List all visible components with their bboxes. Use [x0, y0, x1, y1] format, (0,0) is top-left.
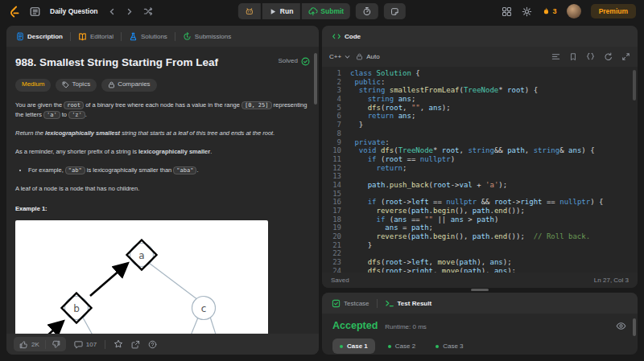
dislike-button[interactable] [52, 340, 60, 349]
user-avatar[interactable] [567, 4, 581, 18]
code-text: string ans; [350, 95, 415, 104]
code-line[interactable]: 8 [322, 129, 638, 138]
share-icon [131, 340, 140, 349]
result-scrollbar[interactable] [633, 318, 636, 336]
chevron-left-icon[interactable] [108, 7, 116, 16]
line-number: 12 [322, 164, 350, 173]
case-2-pill[interactable]: Case 2 [381, 338, 423, 354]
code-line[interactable]: 21 } [322, 241, 638, 250]
favorite-button[interactable] [114, 339, 123, 349]
tab-editorial[interactable]: Editorial [75, 32, 117, 41]
code-line[interactable]: 2 public: [322, 78, 638, 87]
code-line[interactable]: 5 dfs(root, "", ans); [322, 104, 638, 113]
layout-grid-icon[interactable] [502, 6, 512, 17]
solved-label: Solved [279, 56, 298, 67]
code-line[interactable]: 13 [322, 172, 638, 181]
problem-text: You are given the root of a binary tree … [15, 101, 310, 120]
case-1-pill[interactable]: Case 1 [332, 338, 375, 354]
difficulty-badge[interactable]: Medium [15, 79, 51, 92]
auto-toggle[interactable]: Auto [356, 53, 379, 60]
debugger-button[interactable] [238, 3, 261, 19]
description-scrollbar[interactable] [314, 53, 317, 105]
code-line[interactable]: 23 dfs(root->left, move(path), ans); [322, 258, 638, 267]
line-number: 1 [322, 69, 350, 78]
tab-submissions[interactable]: Submissions [180, 32, 234, 41]
like-button[interactable]: 2K [19, 340, 39, 349]
format-icon[interactable] [551, 52, 560, 61]
run-button[interactable]: Run [262, 3, 300, 19]
language-label: C++ [329, 53, 341, 60]
bookmark-icon[interactable] [569, 52, 577, 61]
expand-icon[interactable] [621, 52, 630, 61]
code-line[interactable]: 16 if (root->left == nullptr && root->ri… [322, 198, 638, 207]
tree-node-c: c [201, 303, 207, 314]
reset-icon[interactable] [604, 52, 613, 61]
code-line[interactable]: 20 reverse(path.begin(), path.end()); //… [322, 232, 638, 241]
code-line[interactable]: 15 [322, 190, 638, 199]
eye-icon[interactable] [616, 322, 626, 330]
code-line[interactable]: 4 string ans; [322, 95, 638, 104]
tab-test-result[interactable]: Test Result [382, 299, 436, 308]
code-line[interactable]: 9 private: [322, 138, 638, 147]
case-label: Case 1 [347, 343, 368, 350]
chevron-right-icon[interactable] [126, 7, 134, 16]
example-bullet-list: For example, "ab" is lexicographically s… [15, 166, 310, 175]
streak-counter[interactable]: 3 [542, 6, 557, 17]
lock-icon [108, 81, 115, 88]
code-line[interactable]: 10 void dfs(TreeNode* root, string&& pat… [322, 146, 638, 155]
code-text: string smallestFromLeaf(TreeNode* root) … [350, 86, 538, 95]
tab-solutions[interactable]: Solutions [126, 32, 171, 41]
tree-node-a: a [138, 250, 144, 261]
tab-label: Description [27, 33, 63, 40]
tab-testcase[interactable]: Testcase [328, 299, 373, 308]
code-line[interactable]: 1class Solution { [322, 69, 638, 78]
document-icon [16, 32, 24, 41]
tab-description[interactable]: Description [13, 32, 66, 41]
problem-title: 988. Smallest String Starting From Leaf [15, 54, 218, 72]
notes-button[interactable] [384, 3, 406, 19]
line-number: 14 [322, 181, 350, 190]
code-line[interactable]: 12 return; [322, 164, 638, 173]
case-3-pill[interactable]: Case 3 [428, 338, 470, 354]
code-line[interactable]: 18 if (ans == "" || ans > path) [322, 215, 638, 224]
timer-button[interactable] [356, 3, 378, 19]
code-line[interactable]: 24 dfs(root->right, move(path), ans); [322, 267, 638, 273]
code-line[interactable]: 17 reverse(path.begin(), path.end()); [322, 207, 638, 215]
line-number: 13 [322, 172, 350, 181]
code-text: if (root->left == nullptr && root->right… [350, 198, 603, 207]
editor-scrollbar[interactable] [633, 70, 636, 101]
code-line[interactable]: 14 path.push_back(root->val + 'a'); [322, 181, 638, 190]
comment-icon [74, 340, 83, 349]
lock-icon [356, 53, 363, 60]
code-line[interactable]: 22 [322, 249, 638, 258]
code-editor[interactable]: 1class Solution {2 public:3 string small… [322, 67, 638, 273]
leetcode-logo-icon[interactable] [8, 5, 20, 18]
gear-icon[interactable] [522, 6, 532, 17]
topics-button[interactable]: Topics [56, 79, 97, 92]
chevron-down-icon [345, 55, 350, 59]
companies-button[interactable]: Companies [101, 79, 156, 92]
code-text: return; [350, 164, 407, 173]
star-icon [114, 339, 123, 349]
play-icon [269, 7, 277, 16]
help-button[interactable] [148, 340, 157, 349]
panel-resize-handle[interactable] [471, 289, 489, 291]
shuffle-icon[interactable] [143, 6, 153, 16]
code-line[interactable]: 6 return ans; [322, 112, 638, 121]
divider [70, 32, 71, 41]
code-line[interactable]: 3 string smallestFromLeaf(TreeNode* root… [322, 86, 638, 95]
comments-button[interactable]: 107 [74, 340, 97, 349]
companies-label: Companies [118, 80, 150, 90]
language-selector[interactable]: C++ [329, 53, 350, 60]
braces-icon[interactable] [586, 52, 595, 61]
code-line[interactable]: 11 if (root == nullptr) [322, 155, 638, 164]
problem-list-icon[interactable] [30, 6, 40, 17]
premium-button[interactable]: Premium [591, 4, 636, 18]
nav-title[interactable]: Daily Question [50, 7, 98, 15]
flame-icon [542, 6, 551, 17]
code-line[interactable]: 19 ans = path; [322, 224, 638, 232]
code-line[interactable]: 7 } [322, 121, 638, 129]
tab-code[interactable]: Code [328, 32, 364, 41]
submit-button[interactable]: Submit [301, 3, 350, 19]
share-button[interactable] [131, 340, 140, 349]
